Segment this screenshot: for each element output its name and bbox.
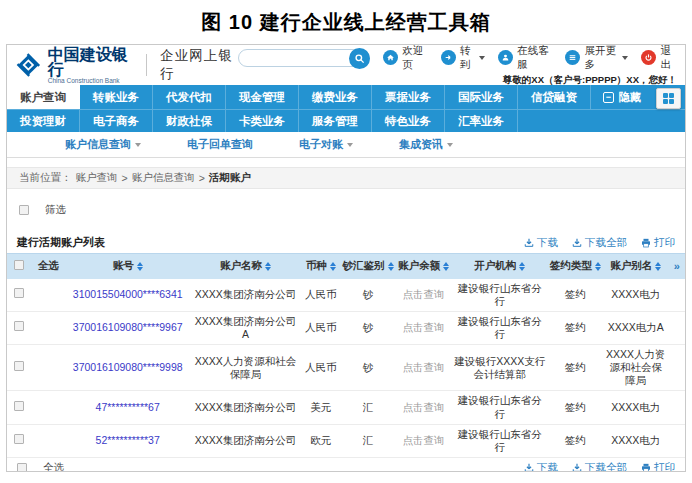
subnav-ereceipt-query[interactable]: 电子回单查询 <box>187 137 253 152</box>
download-button[interactable]: 下载 <box>524 461 558 472</box>
hide-label: 隐藏 <box>619 90 641 105</box>
subnav-ereconciliation[interactable]: 电子对账 <box>299 137 353 152</box>
logout-label: 退出 <box>660 44 677 72</box>
nav-item-special[interactable]: 特色业务 <box>372 110 445 132</box>
logout-button[interactable]: 退出 <box>641 44 677 72</box>
home-icon <box>383 50 398 65</box>
nav-item-bills[interactable]: 票据业务 <box>372 85 445 109</box>
download-all-label: 下载全部 <box>585 236 627 250</box>
sort-icon[interactable] <box>137 259 143 274</box>
filter-row: 筛选 <box>7 199 685 221</box>
go-to-label: 转到 <box>460 44 475 72</box>
alias-cell: XXXX电力 <box>602 391 668 424</box>
sort-icon[interactable] <box>330 259 336 274</box>
table-row: 370016109080****9967 XXXX集团济南分公司A 人民币 钞 … <box>7 311 685 344</box>
download-all-button[interactable]: 下载全部 <box>572 461 627 472</box>
table-row: 310015504000****6341 XXXX集团济南分公司 人民币 钞 点… <box>7 279 685 312</box>
sort-icon[interactable] <box>388 259 394 274</box>
currency-cell: 人民币 <box>301 279 341 312</box>
select-all-checkbox[interactable] <box>14 260 24 270</box>
online-service-button[interactable]: 在线客服 <box>498 44 552 72</box>
main-nav: 账户查询 转账业务 代发代扣 现金管理 缴费业务 票据业务 国际业务 信贷融资 … <box>7 85 685 132</box>
sign-type-cell: 签约 <box>548 279 602 312</box>
balance-query-link[interactable]: 点击查询 <box>402 361 444 373</box>
printer-icon <box>641 238 651 248</box>
breadcrumb-level2[interactable]: 账户信息查询 <box>132 171 195 185</box>
sort-icon[interactable] <box>443 259 449 274</box>
row-checkbox[interactable] <box>14 288 24 298</box>
account-number-link[interactable]: 370016109080****9998 <box>73 361 183 373</box>
hide-menu-button[interactable]: − 隐藏 <box>591 85 653 109</box>
header-right: 欢迎页 转到 在线客服 <box>238 45 677 85</box>
row-checkbox[interactable] <box>14 434 24 444</box>
currency-cell: 美元 <box>301 391 341 424</box>
subnav-integrated-info[interactable]: 集成资讯 <box>399 137 453 152</box>
print-button[interactable]: 打印 <box>641 461 675 472</box>
nav-item-fee-payment[interactable]: 缴费业务 <box>299 85 372 109</box>
balance-query-link[interactable]: 点击查询 <box>402 401 444 413</box>
browser-frame: 中国建设银行 China Construction Bank 企业网上银行 <box>6 44 686 472</box>
cash-type-cell: 钞 <box>341 279 395 312</box>
col-sign-type: 签约类型 <box>550 259 592 273</box>
sub-nav: 账户信息查询 电子回单查询 电子对账 集成资讯 <box>7 132 685 158</box>
nav-item-payroll[interactable]: 代发代扣 <box>153 85 226 109</box>
expand-more-button[interactable]: 展开更多 <box>565 44 628 72</box>
download-icon <box>572 238 582 248</box>
nav-item-fiscal-social[interactable]: 财政社保 <box>153 110 226 132</box>
account-number-link[interactable]: 52**********37 <box>96 434 160 446</box>
table-row: 52**********37 XXXX集团济南分公司 欧元 汇 点击查询 建设银… <box>7 424 685 457</box>
account-name-cell: XXXX集团济南分公司 <box>190 424 301 457</box>
row-checkbox[interactable] <box>14 361 24 371</box>
download-all-button[interactable]: 下载全部 <box>572 236 627 250</box>
search-icon[interactable] <box>349 48 370 69</box>
table-row: 47**********67 XXXX集团济南分公司 美元 汇 点击查询 建设银… <box>7 391 685 424</box>
nav-item-ecommerce[interactable]: 电子商务 <box>80 110 153 132</box>
nav-item-account-query[interactable]: 账户查询 <box>7 85 80 109</box>
download-button[interactable]: 下载 <box>524 236 558 250</box>
row-checkbox[interactable] <box>14 401 24 411</box>
cash-type-cell: 钞 <box>341 345 395 391</box>
nav-item-transfer[interactable]: 转账业务 <box>80 85 153 109</box>
go-to-button[interactable]: 转到 <box>441 44 485 72</box>
more-columns-button[interactable]: » <box>669 254 685 279</box>
search-box <box>238 49 371 67</box>
sign-type-cell: 签约 <box>548 311 602 344</box>
account-number-link[interactable]: 310015504000****6341 <box>73 288 183 300</box>
product-name: 企业网上银行 <box>160 47 238 83</box>
nav-item-card-services[interactable]: 卡类业务 <box>226 110 299 132</box>
sort-icon[interactable] <box>595 259 601 274</box>
balance-query-link[interactable]: 点击查询 <box>402 321 444 333</box>
row-checkbox[interactable] <box>14 321 24 331</box>
nav-item-service-mgmt[interactable]: 服务管理 <box>299 110 372 132</box>
balance-query-link[interactable]: 点击查询 <box>402 288 444 300</box>
select-all-checkbox-bottom[interactable] <box>17 463 27 472</box>
balance-query-link[interactable]: 点击查询 <box>402 434 444 446</box>
breadcrumb: 当前位置： 账户查询 > 账户信息查询 > 活期账户 <box>7 167 685 189</box>
branch-cell: 建设银行XXXX支行会计结算部 <box>452 345 549 391</box>
welcome-page-button[interactable]: 欢迎页 <box>383 44 428 72</box>
sign-type-cell: 签约 <box>548 345 602 391</box>
breadcrumb-level1[interactable]: 账户查询 <box>76 171 118 185</box>
subnav-account-info-query[interactable]: 账户信息查询 <box>65 137 141 152</box>
account-number-link[interactable]: 47**********67 <box>96 401 160 413</box>
sort-icon[interactable] <box>519 259 525 274</box>
nav-item-international[interactable]: 国际业务 <box>445 85 518 109</box>
filter-checkbox[interactable] <box>19 205 29 215</box>
menu-grid-button[interactable] <box>656 88 681 109</box>
cash-type-cell: 汇 <box>341 391 395 424</box>
nav-item-cash-mgmt[interactable]: 现金管理 <box>226 85 299 109</box>
chevron-down-icon <box>479 56 485 63</box>
nav-item-investment[interactable]: 投资理财 <box>7 110 80 132</box>
account-number-link[interactable]: 370016109080****9967 <box>73 321 183 333</box>
sort-icon[interactable] <box>265 259 271 274</box>
table-row: 370016109080****9998 XXXX人力资源和社会保障局 人民币 … <box>7 345 685 391</box>
bank-header: 中国建设银行 China Construction Bank 企业网上银行 <box>7 45 685 85</box>
nav-item-credit-financing[interactable]: 信贷融资 <box>518 85 591 109</box>
sort-icon[interactable] <box>655 259 661 274</box>
expand-more-label: 展开更多 <box>584 44 618 72</box>
online-service-label: 在线客服 <box>517 44 552 72</box>
print-button[interactable]: 打印 <box>641 236 675 250</box>
page: 图 10 建行企业线上经营工具箱 中国建设银行 China Constructi… <box>0 0 692 472</box>
nav-item-exchange-rate[interactable]: 汇率业务 <box>445 110 518 132</box>
search-input[interactable] <box>247 52 365 63</box>
